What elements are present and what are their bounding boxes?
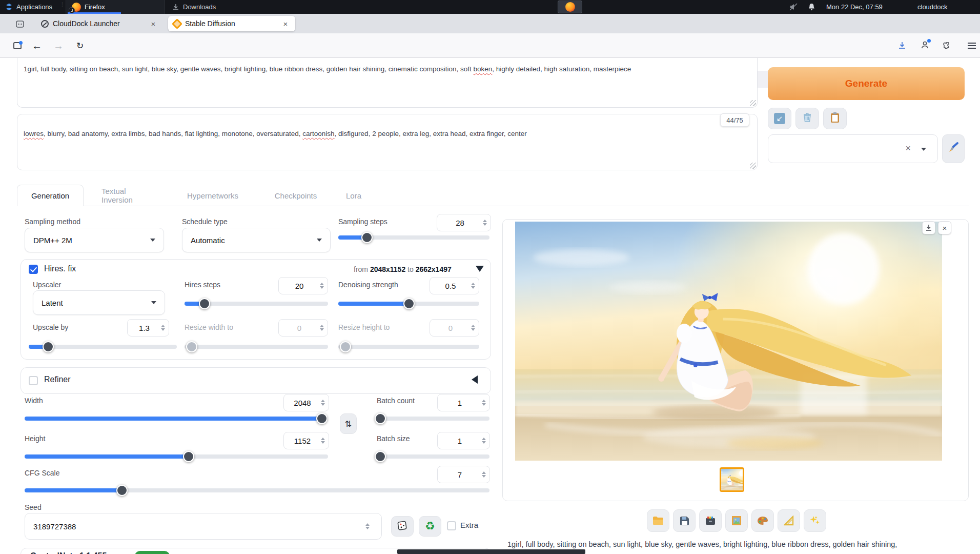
reload-button[interactable]: ↻ [73,33,87,58]
clock[interactable]: Mon 22 Dec, 07:59 [826,0,883,14]
sidebar-toggle-icon[interactable] [10,33,25,58]
sampling-steps-slider[interactable] [338,235,489,240]
clear-styles-icon[interactable]: × [905,143,911,154]
negative-prompt-textarea[interactable]: lowres, blurry, bad anatomy, extra limbs… [17,114,758,170]
dock-firefox-button[interactable] [558,1,582,13]
send-to-inpaint-button[interactable] [778,509,800,532]
applications-menu[interactable]: Applications [5,0,52,14]
reuse-seed-button[interactable]: ♻ [419,516,441,537]
stepper-arrows[interactable] [483,220,491,226]
slider-thumb[interactable] [375,413,386,424]
sampling-steps-input[interactable]: 28 [437,214,491,231]
stepper-arrows[interactable] [161,325,169,331]
refiner-checkbox[interactable] [29,376,38,385]
hires-fix-checkbox[interactable] [29,265,38,274]
resize-width-input[interactable]: 0 [278,319,328,337]
height-input[interactable]: 1152 [283,432,329,449]
save-zip-button[interactable] [699,509,722,532]
stepper-arrows[interactable] [482,400,489,406]
extra-seed-checkbox[interactable] [447,521,456,530]
extensions-puzzle-icon[interactable] [940,33,954,58]
downloads-toolbar-icon[interactable] [895,33,909,58]
cfg-scale-slider[interactable] [25,488,489,492]
clear-prompt-button[interactable] [795,108,819,129]
notification-bell-icon[interactable] [808,0,815,14]
stepper-arrows[interactable] [321,400,329,406]
refiner-collapse-icon[interactable] [472,375,478,384]
batch-size-input[interactable]: 1 [437,432,490,449]
open-folder-button[interactable] [647,509,669,532]
send-to-extras-button[interactable] [751,509,774,532]
gallery-thumbnail-selected[interactable] [720,467,744,492]
batch-count-input[interactable]: 1 [437,394,490,411]
save-image-button[interactable] [673,509,696,532]
slider-thumb[interactable] [186,341,197,352]
upscale-by-slider[interactable] [29,345,177,349]
paste-generation-params-button[interactable]: ↙ [768,108,791,129]
horizontal-scrollbar-thumb[interactable] [397,549,585,554]
hostname-menu[interactable]: clouddock [917,0,980,14]
stepper-arrows[interactable] [482,438,489,444]
tab-stable-diffusion[interactable]: Stable Diffusion × [168,16,295,31]
slider-thumb[interactable] [316,413,328,424]
hires-steps-slider[interactable] [185,302,328,306]
upscaler-dropdown[interactable]: Latent [33,290,165,315]
back-button[interactable]: ← [30,33,44,58]
stepper-arrows[interactable] [320,325,328,331]
slider-thumb[interactable] [361,232,373,243]
stepper-arrows[interactable] [320,283,328,289]
firefox-view-icon[interactable] [15,19,25,31]
styles-caret-icon[interactable] [921,148,926,151]
stepper-arrows[interactable] [482,471,489,478]
width-slider[interactable] [25,417,328,421]
swap-dimensions-button[interactable]: ⇅ [340,413,357,434]
close-image-icon[interactable]: × [938,221,951,234]
denoising-strength-input[interactable]: 0.5 [430,277,479,294]
styles-dropdown[interactable]: × [768,134,938,163]
slider-thumb[interactable] [340,341,351,352]
slider-thumb[interactable] [183,451,194,462]
denoising-strength-slider[interactable] [338,302,479,306]
hires-steps-input[interactable]: 20 [278,277,328,294]
tab-lora[interactable]: Lora [339,185,368,206]
tab-close-icon[interactable]: × [281,19,290,28]
stepper-arrows[interactable] [321,438,329,444]
width-input[interactable]: 2048 [283,394,329,411]
schedule-type-dropdown[interactable]: Automatic [182,228,331,252]
tab-hypernetworks[interactable]: Hypernetworks [180,185,245,206]
tab-textual-inversion[interactable]: Textual Inversion [92,185,165,206]
slider-thumb[interactable] [43,341,54,352]
slider-thumb[interactable] [375,451,386,462]
download-image-icon[interactable] [922,221,935,234]
cfg-scale-input[interactable]: 7 [437,466,490,483]
upscale-sparkle-button[interactable] [804,509,826,532]
slider-thumb[interactable] [116,485,128,496]
account-icon[interactable] [917,33,932,58]
resize-height-slider[interactable] [338,345,479,349]
send-to-img2img-button[interactable] [725,509,748,532]
slider-thumb[interactable] [403,298,415,309]
tab-close-icon[interactable]: × [149,19,158,28]
tab-generation[interactable]: Generation [17,185,84,206]
taskbar-item-downloads[interactable]: Downloads [172,0,216,14]
slider-thumb[interactable] [199,298,210,309]
positive-prompt-textarea[interactable]: 1girl, full body, sitting on beach, sun … [17,58,758,108]
generated-image[interactable] [515,222,942,461]
upscale-by-input[interactable]: 1.3 [127,319,169,337]
apply-styles-button[interactable] [823,108,847,129]
generate-button[interactable]: Generate [768,67,965,100]
random-seed-button[interactable] [391,516,414,537]
taskbar-firefox-content[interactable]: 3 Firefox [72,0,105,14]
stepper-arrows[interactable] [471,283,479,289]
menu-hamburger-icon[interactable] [965,33,979,58]
resize-width-slider[interactable] [185,345,328,349]
forward-button[interactable]: → [51,33,66,58]
batch-size-slider[interactable] [377,454,489,459]
height-slider[interactable] [25,454,328,459]
tab-clouddock-launcher[interactable]: CloudDock Launcher × [36,16,163,31]
textarea-resize-handle[interactable] [750,163,756,169]
batch-count-slider[interactable] [377,417,489,421]
edit-styles-button[interactable] [942,134,965,163]
volume-muted-icon[interactable] [789,0,798,14]
sampling-method-dropdown[interactable]: DPM++ 2M [25,228,164,252]
